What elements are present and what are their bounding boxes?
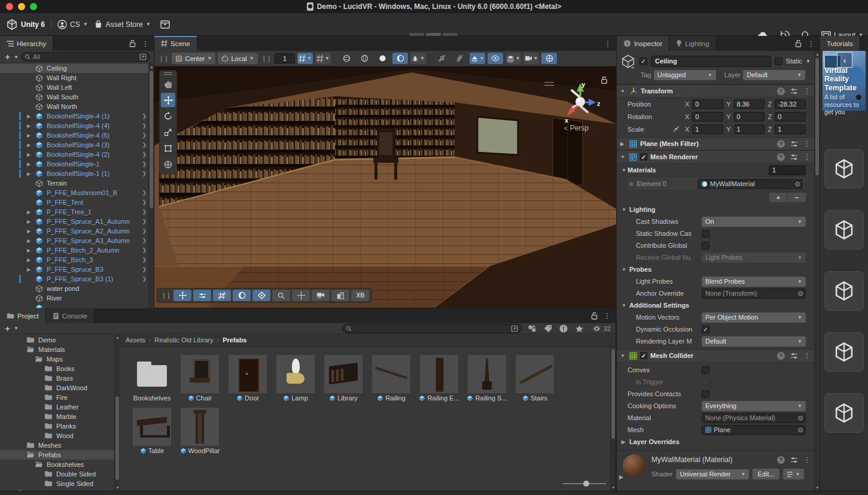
light-probes-dropdown[interactable]: Blend Probes▼: [702, 277, 806, 287]
hierarchy-item[interactable]: ▶ P_FFE_Birch_3 ❯: [0, 255, 154, 265]
tab-inspector[interactable]: Inspector: [617, 36, 669, 51]
breadcrumb-library[interactable]: Realistic Old Library: [154, 336, 213, 344]
asset-item[interactable]: WoodPillar: [176, 408, 224, 455]
hierarchy-item[interactable]: ▶ P_FFE_Birch_2_Autumn ❯: [0, 245, 154, 255]
scene-visibility-button[interactable]: ▼: [470, 53, 485, 64]
asset-item[interactable]: Railing E...: [415, 355, 463, 403]
open-prefab-arrow-icon[interactable]: ❯: [142, 266, 147, 272]
expand-arrow-icon[interactable]: ▶: [27, 267, 35, 272]
open-prefab-arrow-icon[interactable]: ❯: [142, 142, 147, 148]
static-dropdown-caret[interactable]: ▼: [806, 59, 811, 64]
project-tree-item[interactable]: Materials: [0, 345, 119, 354]
asset-item[interactable]: Bookshelves: [128, 355, 176, 403]
help-icon[interactable]: ?: [777, 456, 785, 464]
breadcrumb-prefabs[interactable]: Prefabs: [223, 336, 246, 344]
camera-overlay-button[interactable]: [312, 290, 330, 301]
gameobject-icon[interactable]: [620, 54, 636, 68]
material-object-field[interactable]: MyWallMaterial ⊙: [698, 179, 803, 189]
camera-view-dropdown[interactable]: ▼: [523, 53, 539, 64]
tab-tutorials[interactable]: Tutorials: [820, 36, 860, 51]
materials-foldout[interactable]: ▼ Materials 1: [617, 163, 814, 175]
tutorial-item-card[interactable]: [824, 271, 864, 311]
asset-item[interactable]: Stairs: [511, 355, 559, 403]
hierarchy-item[interactable]: ▶ BookshelfSingle-1 ❯: [0, 159, 154, 169]
open-prefab-arrow-icon[interactable]: ❯: [142, 276, 147, 282]
rect-tool[interactable]: [161, 141, 175, 156]
tool-space-dropdown[interactable]: Local▼: [218, 53, 257, 64]
hierarchy-item[interactable]: ▶ Wall Right ❯: [0, 73, 154, 83]
transform-header[interactable]: ▼ Transform ? ⋮: [617, 84, 814, 98]
contribute-gi-checkbox[interactable]: [702, 242, 709, 250]
open-prefab-arrow-icon[interactable]: ❯: [142, 199, 147, 205]
rotation-y-field[interactable]: 0: [734, 112, 765, 122]
expand-arrow-icon[interactable]: ▶: [27, 142, 35, 148]
project-tree-item[interactable]: Prefabs: [0, 450, 119, 460]
projection-mode-label[interactable]: <Persp: [564, 124, 589, 132]
xb-overlay-button[interactable]: XB: [351, 290, 369, 301]
component-enabled-checkbox[interactable]: ✓: [640, 153, 647, 160]
layers-dropdown[interactable]: ▼: [505, 53, 521, 64]
expand-arrow-icon[interactable]: ▶: [27, 229, 35, 234]
help-icon[interactable]: ?: [777, 87, 785, 95]
tutorial-item-card[interactable]: [824, 332, 864, 372]
component-enabled-checkbox[interactable]: ✓: [640, 352, 647, 359]
camera-effects-button[interactable]: [392, 53, 408, 64]
project-tree-item[interactable]: Marble: [0, 412, 119, 421]
scale-tool[interactable]: [161, 125, 175, 139]
component-menu-icon[interactable]: ⋮: [803, 153, 811, 161]
mesh-collider-header[interactable]: ▼ ✓ Mesh Collider ? ⋮: [617, 349, 814, 362]
anchor-override-field[interactable]: None (Transform)⊙: [702, 289, 806, 299]
project-tree-item[interactable]: Leather: [0, 402, 119, 412]
cast-shadows-dropdown[interactable]: On▼: [702, 217, 806, 227]
move-tool[interactable]: [161, 93, 175, 107]
hierarchy-item[interactable]: ▶ P_FFE_Spruce_A3_Autumn ❯: [0, 236, 154, 245]
help-icon[interactable]: ?: [777, 352, 785, 360]
panel-menu-icon[interactable]: ⋮: [604, 40, 611, 48]
open-prefab-arrow-icon[interactable]: ❯: [142, 218, 147, 224]
unity-hub-button[interactable]: Unity 6: [6, 19, 45, 31]
hierarchy-item[interactable]: ▶ water pond ❯: [0, 284, 154, 293]
drag-handle-icon[interactable]: ≡: [629, 180, 633, 187]
project-tree-item[interactable]: Fire: [0, 393, 119, 402]
open-prefab-arrow-icon[interactable]: ❯: [142, 123, 147, 129]
snap-overlay-button[interactable]: [292, 290, 310, 301]
tutorial-item-card[interactable]: [824, 210, 864, 250]
project-tree-item[interactable]: Maps: [0, 354, 119, 364]
tutorial-featured-card[interactable]: ‹ Virtual Reality Template A list of res…: [823, 51, 866, 127]
rotate-tool[interactable]: [161, 109, 175, 123]
open-search-window-icon[interactable]: [139, 53, 147, 60]
settings-overlay-button[interactable]: [193, 290, 211, 301]
expand-arrow-icon[interactable]: ▶: [27, 171, 35, 177]
hierarchy-item[interactable]: ▶ ❯: [0, 303, 154, 308]
position-z-field[interactable]: -28.32: [775, 99, 806, 109]
object-picker-icon[interactable]: ⊙: [796, 289, 805, 298]
asset-item[interactable]: Table: [128, 408, 176, 455]
lock-icon[interactable]: [795, 40, 802, 47]
overlay-drag-handle[interactable]: ❙❙: [161, 291, 170, 299]
slider-knob[interactable]: [583, 481, 589, 487]
account-dropdown[interactable]: CS▼: [57, 20, 88, 29]
scale-z-field[interactable]: 1: [775, 124, 806, 134]
hierarchy-item[interactable]: ▶ P_FFE_Tent ❯: [0, 198, 154, 207]
tab-project[interactable]: Project: [0, 308, 46, 323]
provides-contacts-checkbox[interactable]: [702, 390, 709, 398]
tab-console[interactable]: Console: [46, 308, 95, 323]
hierarchy-item[interactable]: ▶ River ❯: [0, 293, 154, 303]
open-search-window-icon[interactable]: [511, 325, 518, 332]
project-tree-item[interactable]: Single Sided: [0, 479, 119, 488]
scene-effects-toggle[interactable]: [452, 53, 467, 64]
unlinked-scale-icon[interactable]: [672, 126, 680, 132]
expand-arrow-icon[interactable]: ▶: [27, 114, 35, 119]
presets-icon[interactable]: [790, 353, 798, 359]
project-tree-item[interactable]: Meshes: [0, 441, 119, 450]
component-menu-icon[interactable]: ⋮: [803, 87, 811, 95]
overlay-drag-handle[interactable]: [164, 72, 172, 75]
scene-audio-toggle[interactable]: [434, 53, 449, 64]
panel-menu-icon[interactable]: ⋮: [808, 40, 815, 48]
tag-dropdown[interactable]: Untagged▼: [654, 70, 716, 80]
asset-item[interactable]: Lamp: [272, 355, 319, 403]
open-prefab-arrow-icon[interactable]: ❯: [142, 132, 147, 138]
occlusion-overlay-button[interactable]: [331, 290, 349, 301]
panel-menu-icon[interactable]: ⋮: [142, 40, 149, 48]
cooking-options-dropdown[interactable]: Everything▼: [702, 401, 806, 411]
